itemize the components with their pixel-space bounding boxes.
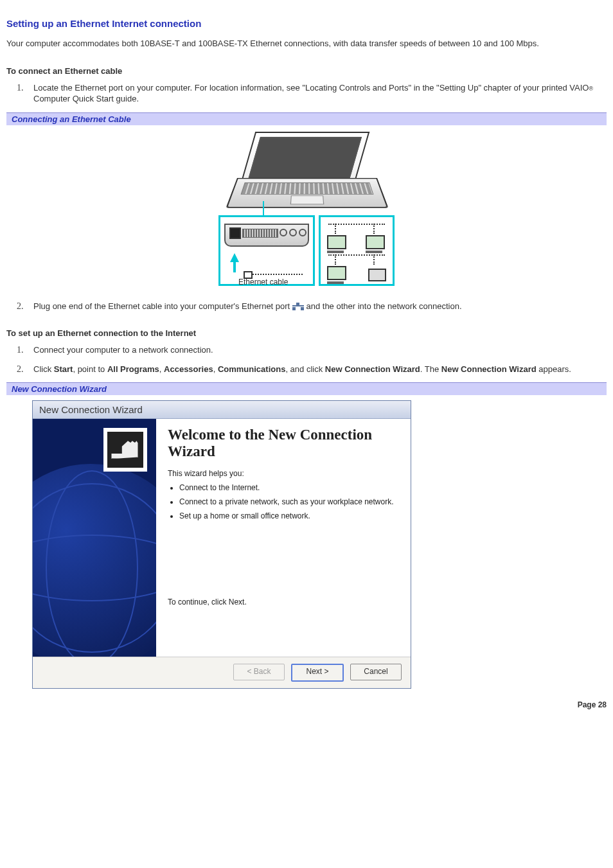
wizard-bullet: Set up a home or small office network. (179, 511, 399, 520)
wizard-bullet: Connect to the Internet. (179, 483, 399, 492)
wizard-sidebar-graphic (33, 419, 156, 657)
wizard-titlebar: New Connection Wizard (33, 401, 411, 419)
section-heading-setup-connection: To set up an Ethernet connection to the … (6, 328, 607, 338)
figure-caption-wizard: New Connection Wizard (6, 382, 607, 395)
ethernet-port-icon (292, 303, 304, 310)
step-locate-port: Locate the Ethernet port on your compute… (33, 82, 607, 105)
figure-caption-ethernet-cable: Connecting an Ethernet Cable (6, 112, 607, 125)
step-connect-network: Connect your computer to a network conne… (33, 344, 607, 356)
wizard-continue-hint: To continue, click Next. (168, 598, 399, 607)
step-open-wizard: Click Start, point to All Programs, Acce… (33, 364, 607, 375)
laptop-illustration (237, 132, 376, 215)
network-detail-illustration (319, 215, 395, 286)
wizard-bullet: Connect to a private network, such as yo… (179, 497, 399, 506)
intro-paragraph: Your computer accommodates both 10BASE-T… (6, 38, 607, 49)
section-heading-connect-cable: To connect an Ethernet cable (6, 66, 607, 76)
cancel-button[interactable]: Cancel (350, 664, 402, 680)
new-connection-wizard-dialog: New Connection Wizard Welcome to the New… (32, 400, 411, 689)
figure-ethernet-cable: Ethernet cable (217, 132, 396, 286)
ethernet-cable-label: Ethernet cable (238, 278, 288, 287)
next-button[interactable]: Next > (291, 664, 344, 682)
page-number: Page 28 (6, 700, 607, 709)
back-button: < Back (233, 664, 285, 680)
port-detail-illustration: Ethernet cable (218, 215, 315, 286)
step-plug-cable: Plug one end of the Ethernet cable into … (33, 301, 607, 312)
wizard-helps-you: This wizard helps you: (168, 469, 399, 478)
wizard-hand-icon (103, 428, 147, 472)
page-title: Setting up an Ethernet Internet connecti… (6, 18, 607, 29)
wizard-heading: Welcome to the New Connection Wizard (168, 427, 399, 460)
